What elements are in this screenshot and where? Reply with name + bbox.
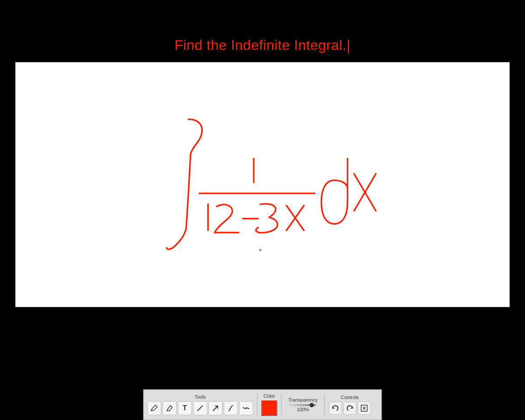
controls-section: Controls <box>329 395 371 415</box>
title-area: Find the Indefinite Integral.| <box>175 37 350 53</box>
color-content <box>262 400 277 416</box>
undo-button[interactable] <box>329 402 342 415</box>
divider-2 <box>281 394 282 416</box>
color-label: Color <box>263 393 275 399</box>
divider-1 <box>257 394 258 416</box>
transparency-slider-container <box>290 404 316 406</box>
pen-tool[interactable] <box>147 401 161 415</box>
transparency-slider-track[interactable] <box>290 404 316 406</box>
controls-buttons <box>329 402 371 415</box>
math-svg <box>16 63 509 307</box>
transparency-label: Transparency <box>288 397 318 402</box>
tools-section: Tools T <box>147 394 253 415</box>
page-title: Find the Indefinite Integral.| <box>175 37 350 53</box>
controls-label: Controls <box>341 395 359 400</box>
curve-tool[interactable] <box>224 401 238 415</box>
tools-label: Tools <box>195 394 206 399</box>
svg-line-12 <box>213 406 218 411</box>
toolbar: Tools T <box>144 389 382 420</box>
redo-button[interactable] <box>343 402 357 415</box>
divider-3 <box>325 394 325 416</box>
drawing-canvas[interactable] <box>15 62 510 307</box>
highlighter-tool[interactable] <box>163 401 177 415</box>
color-section: Color <box>262 393 277 416</box>
color-swatch[interactable] <box>262 400 277 416</box>
text-tool[interactable]: T <box>178 401 192 415</box>
svg-line-11 <box>198 406 203 411</box>
transparency-slider-thumb <box>310 403 314 407</box>
squiggle-tool[interactable] <box>239 401 253 415</box>
transparency-value: 100% <box>297 407 309 412</box>
line-tool[interactable] <box>193 401 207 415</box>
svg-point-8 <box>259 249 261 251</box>
exit-button[interactable] <box>358 402 371 415</box>
arrow-tool[interactable] <box>209 401 223 415</box>
tools-buttons: T <box>147 401 253 415</box>
transparency-section: Transparency 100% <box>286 397 321 412</box>
